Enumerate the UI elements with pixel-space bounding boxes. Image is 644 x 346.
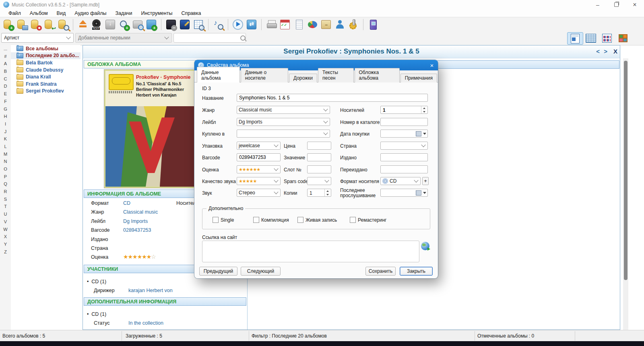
dialog-close-icon[interactable] xyxy=(426,62,438,69)
menu-album[interactable]: Альбом xyxy=(25,10,52,16)
previous-button[interactable]: Предыдущий xyxy=(199,267,237,276)
search-and-add-icon[interactable]: + xyxy=(118,19,130,31)
purchase-date-picker[interactable] xyxy=(380,130,428,138)
genre-select[interactable]: Classical music xyxy=(237,106,330,114)
scan-devices-icon[interactable] xyxy=(132,19,144,31)
statistics-icon[interactable] xyxy=(306,19,318,31)
tree-item-last-20[interactable]: Последние 20 альбо... xyxy=(11,52,80,60)
next-button[interactable]: Следующий xyxy=(241,267,281,276)
alphabet-item[interactable]: Y xyxy=(0,241,11,248)
tab-cover[interactable]: Обложка альбома xyxy=(355,68,400,82)
alphabet-item[interactable]: L xyxy=(0,143,11,150)
sound-quality-select[interactable]: ★★★★★ xyxy=(237,177,281,185)
print-icon[interactable] xyxy=(265,19,277,31)
label-select[interactable]: Dg Imports xyxy=(237,118,330,126)
menu-file[interactable]: Файл xyxy=(4,10,25,16)
alphabet-item[interactable]: V xyxy=(0,218,11,226)
tab-lyrics[interactable]: Тексты песен xyxy=(318,68,353,82)
mosaic-view-button[interactable] xyxy=(615,32,631,44)
alphabet-item[interactable]: C xyxy=(0,75,11,83)
remove-album-icon[interactable]: − xyxy=(165,19,177,31)
tab-notes[interactable]: Примечания xyxy=(400,74,437,82)
detail-view-button[interactable] xyxy=(567,32,583,45)
sort-order-select[interactable]: Добавленные первыми xyxy=(75,33,172,43)
spars-code-select[interactable] xyxy=(307,177,331,185)
last-listen-picker[interactable] xyxy=(380,189,428,197)
tree-item-all-albums[interactable]: Все альбомы xyxy=(11,45,80,52)
add-album-icon[interactable]: + xyxy=(145,19,157,31)
media-format-select[interactable]: CD xyxy=(380,177,421,185)
borrowers-icon[interactable] xyxy=(334,19,346,31)
minimize-button[interactable] xyxy=(588,0,607,9)
read-cd-text-icon[interactable] xyxy=(91,19,103,31)
card-file-icon[interactable] xyxy=(320,19,332,31)
tab-media-data[interactable]: Данные о носителе xyxy=(241,68,288,82)
tab-album-data[interactable]: Данные альбома xyxy=(197,67,240,82)
table-view-button[interactable] xyxy=(583,32,599,44)
slot-input[interactable] xyxy=(307,165,331,173)
alphabet-item[interactable]: P xyxy=(0,173,11,181)
alphabet-item[interactable]: G xyxy=(0,105,11,113)
menu-view[interactable]: Вид xyxy=(52,10,70,16)
alphabet-item[interactable]: E xyxy=(0,90,11,98)
released-input[interactable] xyxy=(380,153,428,161)
alphabet-item[interactable]: F xyxy=(0,98,11,105)
alphabet-item[interactable]: N xyxy=(0,158,11,165)
browse-albums-table-icon[interactable] xyxy=(192,19,204,31)
alphabet-item[interactable]: U xyxy=(0,210,11,218)
alphabet-item[interactable]: A xyxy=(0,60,11,68)
reissued-input[interactable] xyxy=(380,165,428,173)
alphabet-item[interactable]: H xyxy=(0,113,11,120)
close-detail-button[interactable]: X xyxy=(613,48,617,55)
tree-item-claude-debussy[interactable]: Claude Debussy xyxy=(11,66,80,74)
live-checkbox[interactable]: Живая запись xyxy=(297,217,337,223)
menu-audio-files[interactable]: Аудио файлы xyxy=(70,10,111,16)
close-button[interactable] xyxy=(625,0,644,9)
reports-icon[interactable] xyxy=(293,19,305,31)
preferences-icon[interactable] xyxy=(347,19,359,31)
alphabet-item[interactable]: ... xyxy=(0,45,11,53)
prev-album-button[interactable]: < xyxy=(596,48,600,55)
catalog-number-input[interactable] xyxy=(380,118,428,126)
tab-tracks[interactable]: Дорожки xyxy=(289,74,317,82)
group-by-select[interactable]: Артист xyxy=(1,33,74,43)
tree-item-frank-sinatra[interactable]: Frank Sinatra xyxy=(11,80,80,88)
open-database-icon[interactable] xyxy=(16,19,28,31)
repair-database-icon[interactable] xyxy=(57,19,69,31)
tasks-icon[interactable] xyxy=(279,19,291,31)
menu-help[interactable]: Справка xyxy=(177,10,205,16)
compilation-checkbox[interactable]: Компиляция xyxy=(253,217,289,223)
tree-item-diana-krall[interactable]: Diana Krall xyxy=(11,73,80,80)
search-music-icon[interactable] xyxy=(212,19,224,31)
add-database-icon[interactable]: + xyxy=(2,19,14,31)
bought-at-select[interactable] xyxy=(237,130,330,138)
alphabet-item[interactable]: B xyxy=(0,68,11,75)
alphabet-item[interactable]: R xyxy=(0,188,11,196)
alphabet-item[interactable]: W xyxy=(0,226,11,233)
packaging-select[interactable]: jewelcase xyxy=(237,142,281,150)
country-select[interactable] xyxy=(380,142,428,150)
value-input[interactable] xyxy=(307,153,331,161)
alphabet-item[interactable]: I xyxy=(0,120,11,128)
vertical-scrollbar[interactable] xyxy=(623,58,628,330)
single-checkbox[interactable]: Single xyxy=(213,217,234,223)
add-media-format-button[interactable]: + xyxy=(422,177,429,185)
alphabet-item[interactable]: T xyxy=(0,203,11,210)
backup-database-icon[interactable] xyxy=(30,19,42,31)
alphabet-item[interactable]: J xyxy=(0,128,11,136)
alphabet-item[interactable]: X xyxy=(0,233,11,241)
alphabet-item[interactable]: M xyxy=(0,150,11,158)
tree-item-sergei-prokofiev[interactable]: Sergei Prokofiev xyxy=(11,88,80,95)
exit-icon[interactable] xyxy=(367,19,379,31)
alphabet-item[interactable]: Z xyxy=(0,248,11,256)
alphabet-item[interactable]: Q xyxy=(0,180,11,188)
close-dialog-button[interactable]: Закрыть xyxy=(400,267,433,276)
restore-database-icon[interactable] xyxy=(43,19,56,31)
next-album-button[interactable]: > xyxy=(604,48,607,55)
alphabet-item[interactable]: K xyxy=(0,135,11,143)
alphabet-item[interactable]: S xyxy=(0,196,11,203)
restore-button[interactable] xyxy=(607,0,625,9)
download-album-data-icon[interactable] xyxy=(104,19,116,31)
menu-tools[interactable]: Инструменты xyxy=(136,10,177,16)
scrollbar-thumb[interactable] xyxy=(624,61,627,280)
